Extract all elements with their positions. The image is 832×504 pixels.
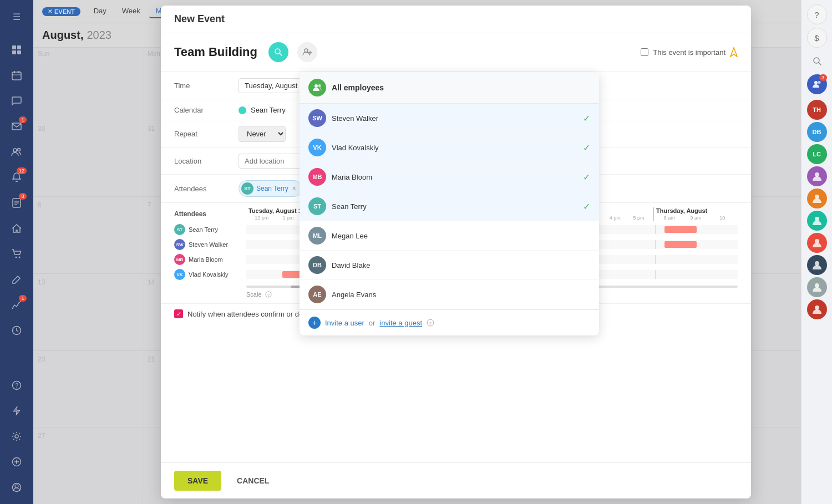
- scale-info-icon: ?: [265, 291, 272, 298]
- right-dollar-icon[interactable]: $: [807, 28, 827, 48]
- search-users-btn[interactable]: [268, 42, 288, 62]
- svg-point-43: [815, 239, 819, 243]
- svg-point-21: [15, 435, 18, 438]
- notify-checkbox[interactable]: ✓: [174, 309, 183, 318]
- avatar-lc[interactable]: LC: [807, 144, 827, 164]
- svg-point-10: [18, 149, 21, 151]
- dropdown-item-megan[interactable]: ML Megan Lee: [300, 221, 599, 251]
- attendee-tag-sean[interactable]: ST Sean Terry ×: [239, 180, 302, 197]
- check-maria: ✓: [583, 172, 590, 182]
- add-attendee-btn[interactable]: [297, 42, 317, 62]
- svg-point-32: [314, 84, 318, 88]
- home-icon[interactable]: [6, 217, 28, 240]
- shop-icon[interactable]: [6, 243, 28, 265]
- plus-icon[interactable]: [6, 451, 28, 473]
- scale-label: Scale: [246, 291, 262, 298]
- all-employees-icon: [308, 79, 326, 96]
- svg-point-44: [815, 261, 819, 266]
- day1-label: Tuesday, August 15: [248, 207, 305, 214]
- main-area: ✕ EVENT Day Week Month August, 2023 Sun …: [33, 0, 801, 504]
- modal-footer: SAVE CANCEL: [161, 462, 751, 498]
- svg-point-46: [815, 306, 819, 310]
- svg-rect-4: [12, 72, 21, 80]
- invite-user-link[interactable]: Invite a user: [325, 319, 364, 327]
- profile-bottom-icon[interactable]: [6, 476, 28, 498]
- check-steven: ✓: [583, 113, 590, 124]
- dropdown-footer: + Invite a user or invite a guest ?: [300, 309, 599, 335]
- svg-rect-8: [12, 123, 21, 130]
- svg-line-37: [819, 63, 821, 65]
- svg-rect-1: [17, 45, 21, 49]
- analytics-icon[interactable]: 1: [6, 294, 28, 316]
- svg-point-26: [15, 485, 18, 488]
- avatar-1[interactable]: TH: [807, 100, 827, 120]
- avatar-6[interactable]: [807, 233, 827, 253]
- repeat-label: Repeat: [174, 130, 230, 138]
- right-search-icon[interactable]: [807, 51, 827, 71]
- modal-title: New Event: [174, 13, 225, 25]
- event-title: Team Building: [174, 45, 257, 59]
- dropdown-header: All employees: [300, 72, 599, 104]
- calendar-small-icon[interactable]: [6, 64, 28, 86]
- menu-icon[interactable]: ☰: [6, 6, 28, 28]
- mail-icon[interactable]: 1: [6, 115, 28, 138]
- avatar-8[interactable]: [807, 277, 827, 297]
- svg-text:?: ?: [15, 383, 18, 389]
- svg-marker-29: [730, 48, 737, 57]
- location-label: Location: [174, 157, 230, 165]
- avatar-5[interactable]: [807, 211, 827, 231]
- svg-point-33: [318, 84, 321, 87]
- svg-text:?: ?: [429, 322, 432, 325]
- right-question-icon[interactable]: ?: [807, 4, 827, 24]
- tasks-icon[interactable]: 8: [6, 192, 28, 214]
- attendees-label: Attendees: [174, 185, 230, 193]
- svg-point-38: [814, 81, 818, 84]
- avatar-3[interactable]: [807, 166, 827, 186]
- avatar-4[interactable]: [807, 189, 827, 208]
- svg-point-39: [818, 81, 820, 84]
- dropdown-item-vlad[interactable]: VK Vlad Kovalskiy ✓: [300, 133, 599, 162]
- important-checkbox[interactable]: [641, 48, 648, 56]
- chat-icon[interactable]: [6, 90, 28, 112]
- invite-guest-link[interactable]: invite a guest: [379, 319, 422, 327]
- save-button[interactable]: SAVE: [174, 471, 221, 491]
- calendar-label: Calendar: [174, 106, 230, 114]
- all-employees-label: All employees: [332, 83, 384, 92]
- svg-text:?: ?: [267, 293, 270, 297]
- clock-icon[interactable]: [6, 319, 28, 342]
- employee-dropdown: All employees SW Steven Walker ✓ VK Vlad…: [300, 72, 599, 335]
- svg-point-9: [13, 149, 17, 152]
- help-circle-icon[interactable]: ?: [6, 374, 28, 396]
- important-row: This event is important: [641, 47, 738, 57]
- edit-icon[interactable]: [6, 268, 28, 291]
- dropdown-item-angela[interactable]: AE Angela Evans: [300, 280, 599, 309]
- svg-marker-20: [13, 406, 20, 415]
- svg-point-41: [815, 195, 819, 199]
- settings-icon[interactable]: [6, 425, 28, 447]
- event-title-row: Team Building This event is important: [161, 33, 751, 72]
- dropdown-item-maria[interactable]: MB Maria Bloom ✓: [300, 162, 599, 192]
- avatar-9[interactable]: [807, 299, 827, 319]
- dropdown-item-steven[interactable]: SW Steven Walker ✓: [300, 104, 599, 133]
- avatar-7[interactable]: [807, 255, 827, 275]
- sidebar: ☰ 1 12 8 1 ?: [0, 0, 33, 504]
- right-group-icon[interactable]: 3: [807, 74, 827, 94]
- check-vlad: ✓: [583, 142, 590, 153]
- cancel-button[interactable]: CANCEL: [228, 471, 278, 491]
- svg-point-15: [16, 257, 17, 258]
- dropdown-item-david[interactable]: DB David Blake: [300, 251, 599, 280]
- repeat-select[interactable]: Never Daily Weekly: [239, 126, 286, 142]
- svg-point-45: [815, 283, 819, 288]
- or-label: or: [369, 319, 376, 327]
- svg-point-16: [19, 257, 21, 258]
- important-label: This event is important: [653, 48, 726, 57]
- avatar-2[interactable]: DB: [807, 122, 827, 142]
- attendees-col-header: Attendees: [174, 210, 246, 218]
- dashboard-icon[interactable]: [6, 39, 28, 61]
- lightning-icon[interactable]: [6, 400, 28, 422]
- people-icon[interactable]: [6, 141, 28, 163]
- invite-user-plus-icon[interactable]: +: [308, 317, 321, 329]
- svg-rect-0: [12, 45, 16, 49]
- notifications-icon[interactable]: 12: [6, 166, 28, 189]
- dropdown-item-sean[interactable]: ST Sean Terry ✓: [300, 192, 599, 221]
